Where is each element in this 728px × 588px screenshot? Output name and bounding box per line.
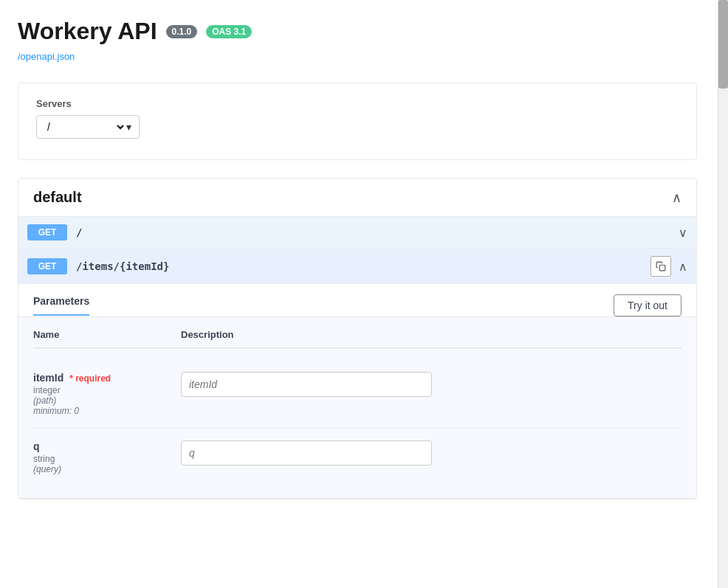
method-badge-get-root: GET (27, 224, 67, 241)
param-row-itemid: itemId * required integer (path) minimum… (33, 360, 681, 429)
endpoint-header-items[interactable]: GET /items/{itemId} ∧ (18, 249, 696, 284)
method-badge-get-items: GET (27, 258, 67, 274)
param-location-q: (query) (33, 464, 181, 474)
copy-icon[interactable] (650, 256, 671, 277)
main-content: Workery API 0.1.0 OAS 3.1 /openapi.json … (0, 0, 718, 517)
params-header-row: Name Description (33, 329, 681, 348)
page-wrapper: Workery API 0.1.0 OAS 3.1 /openapi.json … (0, 0, 728, 588)
param-name-itemid: itemId * required (33, 372, 181, 384)
endpoint-icons: ∧ (650, 256, 687, 277)
endpoint-header-root[interactable]: GET / ∨ (18, 217, 696, 248)
oas-badge: OAS 3.1 (206, 25, 252, 38)
chevron-down-icon-root: ∨ (679, 226, 687, 240)
param-name-q: q (33, 440, 181, 452)
chevron-down-icon: ▾ (126, 121, 131, 133)
try-it-out-button[interactable]: Try it out (614, 294, 681, 317)
servers-dropdown[interactable]: / (44, 120, 126, 134)
param-location-itemid: (path) (33, 395, 181, 406)
openapi-link[interactable]: /openapi.json (18, 51, 697, 62)
param-type-q: string (33, 454, 181, 464)
api-header: Workery API 0.1.0 OAS 3.1 (18, 18, 697, 45)
default-header[interactable]: default ∧ (18, 179, 696, 217)
default-section: default ∧ GET / ∨ GET /items/{itemId} (18, 178, 697, 499)
tab-parameters[interactable]: Parameters (33, 295, 89, 316)
param-row-q: q string (query) (33, 429, 681, 486)
params-col-desc-header: Description (181, 329, 681, 340)
copy-svg (656, 261, 666, 271)
param-desc-col-itemid (181, 372, 681, 397)
param-input-q[interactable] (181, 440, 432, 466)
servers-select-wrapper: / ▾ (36, 115, 140, 139)
version-badge: 0.1.0 (166, 25, 198, 38)
endpoint-path-items: /items/{itemId} (76, 260, 642, 272)
endpoint-tabs: Parameters Try it out (18, 284, 696, 317)
param-name-text-itemid: itemId (33, 372, 63, 384)
endpoint-content-items: Parameters Try it out Name Description (18, 284, 696, 498)
collapse-icon[interactable]: ∧ (672, 190, 681, 206)
scrollbar[interactable] (718, 0, 728, 588)
svg-rect-0 (659, 265, 665, 271)
param-type-itemid: integer (33, 385, 181, 395)
param-required-itemid: * required (69, 373, 111, 384)
servers-label: Servers (36, 98, 679, 109)
scrollbar-thumb[interactable] (718, 0, 728, 89)
endpoint-row-root: GET / ∨ (18, 217, 696, 249)
endpoint-row-items: GET /items/{itemId} ∧ (18, 249, 696, 499)
param-name-col-itemid: itemId * required integer (path) minimum… (33, 372, 181, 416)
param-desc-col-q (181, 440, 681, 466)
param-input-itemid[interactable] (181, 372, 432, 397)
param-minimum-itemid: minimum: 0 (33, 406, 181, 416)
servers-section: Servers / ▾ (18, 83, 697, 160)
default-title: default (33, 189, 82, 206)
chevron-up-icon-items: ∧ (679, 260, 687, 274)
api-title: Workery API (18, 18, 157, 45)
params-col-name-header: Name (33, 329, 181, 340)
params-table: Name Description itemId * required integ… (18, 317, 696, 498)
param-name-text-q: q (33, 440, 40, 452)
param-name-col-q: q string (query) (33, 440, 181, 474)
endpoint-path-root: / (76, 226, 670, 238)
